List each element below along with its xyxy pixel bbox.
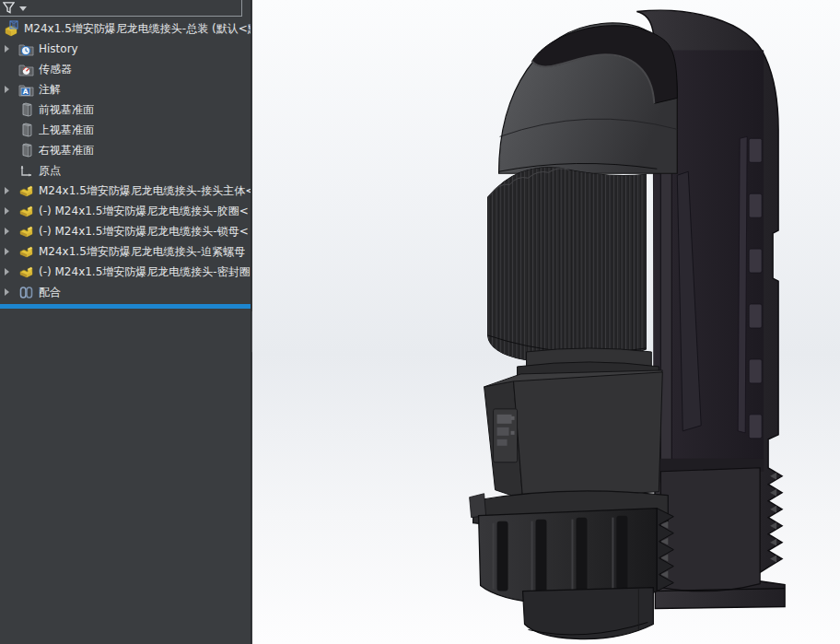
sensors-folder-icon [18, 62, 34, 77]
tree-item-label: M24x1.5增安防爆尼龙电缆接头-接头主体< [39, 183, 251, 199]
plane-icon [18, 143, 34, 158]
tree-item-part-seal-ring[interactable]: (-) M24x1.5增安防爆尼龙电缆接头-密封圈 [0, 262, 251, 282]
tree-item-label: History [39, 42, 78, 55]
history-folder-icon [18, 41, 34, 57]
expand-arrow-icon[interactable] [5, 268, 9, 275]
embossed-marking [494, 409, 518, 463]
expand-arrow-icon[interactable] [5, 248, 9, 255]
tree-item-label: 右视基准面 [39, 143, 94, 158]
tree-item-part-rubber-ring[interactable]: (-) M24x1.5增安防爆尼龙电缆接头-胶圈< [0, 201, 251, 221]
expand-arrow-icon[interactable] [5, 288, 9, 296]
feature-tree: M24x1.5增安防爆尼龙电缆接头-总装 (默认<默 History [0, 17, 251, 309]
model-3d[interactable] [252, 0, 840, 644]
tree-item-label: M24x1.5增安防爆尼龙电缆接头-总装 (默认<默 [24, 21, 251, 37]
part-icon [18, 183, 34, 199]
plane-icon [18, 102, 34, 118]
tree-item-mates[interactable]: 配合 [0, 282, 251, 302]
tree-item-label: 前视基准面 [39, 102, 94, 118]
expand-arrow-icon[interactable] [5, 86, 9, 93]
expand-arrow-icon[interactable] [5, 187, 9, 194]
tree-item-label: (-) M24x1.5增安防爆尼龙电缆接头-胶圈< [39, 204, 249, 219]
expand-arrow-icon[interactable] [5, 45, 9, 53]
tree-item-label: 原点 [39, 163, 61, 179]
svg-text:A: A [23, 88, 29, 96]
chevron-down-icon[interactable] [19, 6, 27, 11]
plane-icon [18, 123, 34, 138]
part-icon [18, 264, 34, 280]
annotations-folder-icon: A [18, 82, 34, 98]
expand-arrow-icon[interactable] [5, 228, 9, 235]
tree-item-label: (-) M24x1.5增安防爆尼龙电缆接头-密封圈 [39, 264, 251, 280]
tree-filter-bar[interactable] [0, 0, 242, 17]
solidworks-window: M24x1.5增安防爆尼龙电缆接头-总装 (默认<默 History [0, 0, 840, 644]
tree-item-part-body[interactable]: M24x1.5增安防爆尼龙电缆接头-接头主体< [0, 181, 251, 201]
graphics-viewport[interactable] [252, 0, 840, 644]
tree-item-label: 上视基准面 [39, 123, 94, 138]
tree-item-label: 注解 [39, 82, 61, 98]
tree-item-annotations[interactable]: A 注解 [0, 79, 251, 100]
tree-item-sensors[interactable]: 传感器 [0, 59, 251, 79]
tree-item-part-compression-nut[interactable]: M24x1.5增安防爆尼龙电缆接头-迫紧螺母 [0, 241, 251, 262]
tree-item-part-lock-nut[interactable]: (-) M24x1.5增安防爆尼龙电缆接头-锁母< [0, 221, 251, 241]
tree-item-history[interactable]: History [0, 39, 251, 59]
tree-item-top-plane[interactable]: 上视基准面 [0, 120, 251, 140]
expand-arrow-icon[interactable] [5, 207, 9, 215]
mates-icon [18, 285, 34, 300]
feature-tree-panel: M24x1.5增安防爆尼龙电缆接头-总装 (默认<默 History [0, 0, 251, 644]
tree-item-label: 配合 [39, 285, 61, 300]
part-icon [18, 224, 34, 240]
tree-item-label: 传感器 [39, 62, 72, 77]
tree-item-assembly-root[interactable]: M24x1.5增安防爆尼龙电缆接头-总装 (默认<默 [0, 18, 251, 39]
funnel-icon [3, 2, 15, 14]
assembly-icon [3, 20, 20, 38]
origin-icon [18, 163, 34, 179]
part-icon [18, 244, 34, 260]
tree-item-origin[interactable]: 原点 [0, 160, 251, 181]
tree-item-label: M24x1.5增安防爆尼龙电缆接头-迫紧螺母 [39, 244, 245, 260]
part-icon [18, 204, 34, 219]
tree-item-front-plane[interactable]: 前视基准面 [0, 100, 251, 120]
tree-item-label: (-) M24x1.5增安防爆尼龙电缆接头-锁母< [39, 224, 249, 240]
tree-item-right-plane[interactable]: 右视基准面 [0, 140, 251, 160]
rollback-bar[interactable] [0, 304, 251, 309]
